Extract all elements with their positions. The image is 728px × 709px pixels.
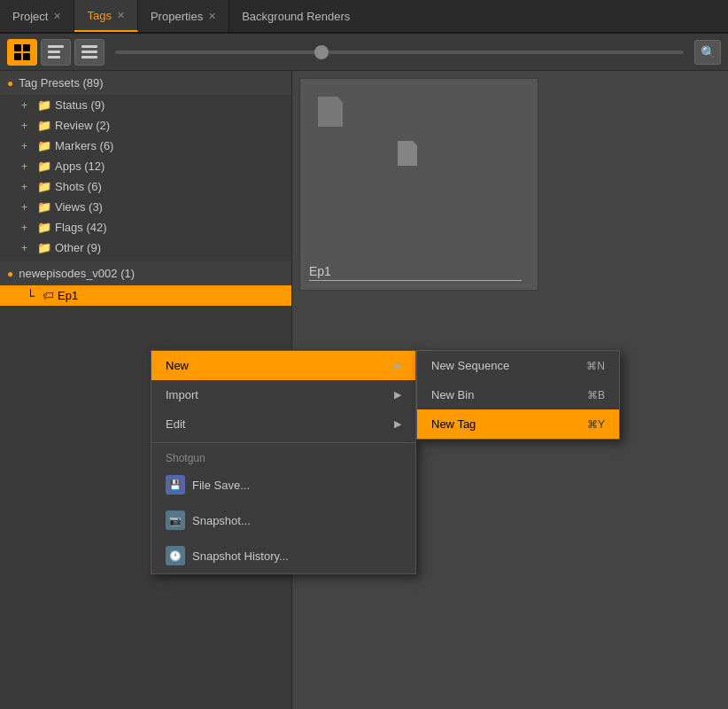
tree-item-flags[interactable]: + 📁 Flags (42): [0, 217, 291, 238]
new-sequence-shortcut: ⌘N: [586, 360, 605, 372]
list-view-icon: [48, 45, 64, 58]
detail-view-icon: [81, 45, 97, 58]
tree-item-label: Flags (42): [55, 221, 107, 234]
tab-project-close[interactable]: ✕: [53, 11, 61, 22]
expand-icon: +: [21, 99, 34, 112]
submenu-arrow-icon: ▶: [394, 389, 401, 401]
menu-item-snapshot[interactable]: 📷 Snapshot...: [151, 503, 415, 538]
expand-icon: +: [21, 181, 34, 193]
preview-tag-small-icon: [398, 141, 417, 166]
new-tag-shortcut: ⌘Y: [587, 418, 605, 431]
menu-item-new[interactable]: New ▶: [151, 351, 415, 380]
folder-icon: 📁: [37, 119, 51, 132]
tab-project[interactable]: Project ✕: [0, 0, 74, 32]
preview-area: Ep1: [299, 78, 538, 291]
tree-item-ep1[interactable]: └ 🏷 Ep1: [0, 285, 291, 306]
tree-item-status[interactable]: + 📁 Status (9): [0, 95, 291, 115]
tree-item-label: Status (9): [55, 98, 105, 112]
tree-item-label: Review (2): [55, 119, 110, 132]
tree-item-review[interactable]: + 📁 Review (2): [0, 115, 291, 136]
tree-item-views[interactable]: + 📁 Views (3): [0, 197, 291, 217]
submenu-item-new-bin[interactable]: New Bin ⌘B: [417, 380, 619, 409]
grid-icon: [14, 44, 30, 60]
tab-bar: Project ✕ Tags ✕ Properties ✕ Background…: [0, 0, 728, 34]
folder-icon: 📁: [37, 160, 51, 173]
tree-item-apps[interactable]: + 📁 Apps (12): [0, 156, 291, 176]
submenu-arrow-icon: ▶: [394, 418, 401, 430]
menu-item-snapshot-history[interactable]: 🕐 Snapshot History...: [151, 538, 415, 573]
new-tag-label: New Tag: [431, 417, 476, 431]
expand-icon: +: [21, 222, 34, 234]
submenu: New Sequence ⌘N New Bin ⌘B New Tag ⌘Y: [416, 350, 620, 440]
tree-item-shots[interactable]: + 📁 Shots (6): [0, 176, 291, 197]
tree-item-selected-label: Ep1: [58, 289, 78, 302]
tree-item-label: Views (3): [55, 200, 103, 214]
menu-item-file-save[interactable]: 💾 File Save...: [151, 467, 415, 503]
tab-background-renders-label: Background Renders: [242, 10, 350, 23]
toolbar: 🔍: [0, 34, 728, 71]
menu-file-save-label: File Save...: [192, 479, 401, 492]
new-bin-label: New Bin: [431, 388, 474, 401]
indent-icon: └: [27, 289, 39, 302]
menu-edit-label: Edit: [166, 417, 387, 431]
tab-tags-label: Tags: [87, 9, 111, 22]
tab-project-label: Project: [12, 10, 48, 23]
tab-properties-label: Properties: [151, 10, 203, 23]
search-button[interactable]: 🔍: [694, 40, 721, 65]
menu-section-shotgun: Shotgun: [151, 447, 415, 467]
menu-item-edit[interactable]: Edit ▶: [151, 409, 415, 439]
menu-item-import[interactable]: Import ▶: [151, 380, 415, 409]
tree-root-custom-icon: ●: [7, 268, 13, 280]
folder-icon: 📁: [37, 180, 51, 193]
expand-icon: +: [21, 201, 34, 214]
new-bin-shortcut: ⌘B: [587, 389, 605, 401]
submenu-item-new-sequence[interactable]: New Sequence ⌘N: [417, 351, 619, 380]
submenu-item-new-tag[interactable]: New Tag ⌘Y: [417, 409, 619, 439]
menu-import-label: Import: [166, 388, 387, 401]
grid-view-button[interactable]: [7, 39, 37, 66]
preview-tag-large-icon: [318, 97, 343, 127]
tree-root-label: Tag Presets (89): [19, 76, 103, 90]
folder-icon: 📁: [37, 221, 51, 234]
menu-separator-1: [151, 442, 415, 443]
new-sequence-label: New Sequence: [431, 359, 509, 372]
folder-icon: 📁: [37, 139, 51, 152]
expand-icon: +: [21, 120, 34, 132]
detail-view-button[interactable]: [74, 39, 105, 66]
tab-background-renders[interactable]: Background Renders: [229, 0, 362, 32]
tree-item-label: Markers (6): [55, 139, 113, 152]
slider-thumb[interactable]: [314, 45, 329, 59]
folder-icon: 📁: [37, 200, 51, 214]
context-menu: New ▶ Import ▶ Edit ▶ Shotgun 💾 File Sav…: [151, 350, 416, 574]
submenu-arrow-icon: ▶: [394, 360, 401, 371]
slider-track: [115, 51, 684, 54]
size-slider[interactable]: [115, 51, 684, 54]
snapshot-history-icon: 🕐: [166, 546, 185, 565]
list-view-button[interactable]: [41, 39, 71, 66]
file-save-icon: 💾: [166, 475, 185, 495]
tree-root-newepisodes[interactable]: ● newepisodes_v002 (1): [0, 261, 291, 285]
tree-item-label: Apps (12): [55, 160, 105, 173]
expand-icon: +: [21, 242, 34, 254]
tab-tags-close[interactable]: ✕: [117, 10, 125, 21]
tab-properties-close[interactable]: ✕: [208, 11, 216, 22]
folder-icon: 📁: [37, 98, 51, 112]
tree-item-label: Other (9): [55, 241, 101, 254]
folder-icon: 📁: [37, 241, 51, 254]
search-icon: 🔍: [701, 45, 716, 59]
tree-item-markers[interactable]: + 📁 Markers (6): [0, 136, 291, 156]
expand-icon: +: [21, 160, 34, 173]
tree-root-icon: ●: [7, 77, 13, 90]
preview-item-label: Ep1: [309, 264, 522, 281]
menu-snapshot-history-label: Snapshot History...: [192, 549, 401, 563]
tab-properties[interactable]: Properties ✕: [138, 0, 229, 32]
tree-root-custom-label: newepisodes_v002 (1): [19, 267, 135, 280]
tree-root-tag-presets[interactable]: ● Tag Presets (89): [0, 71, 291, 95]
menu-snapshot-label: Snapshot...: [192, 514, 401, 527]
snapshot-icon: 📷: [166, 510, 185, 530]
tree-item-label: Shots (6): [55, 180, 102, 193]
expand-icon: +: [21, 140, 34, 152]
tag-icon: 🏷: [43, 289, 54, 302]
tab-tags[interactable]: Tags ✕: [74, 0, 137, 32]
tree-item-other[interactable]: + 📁 Other (9): [0, 238, 291, 258]
